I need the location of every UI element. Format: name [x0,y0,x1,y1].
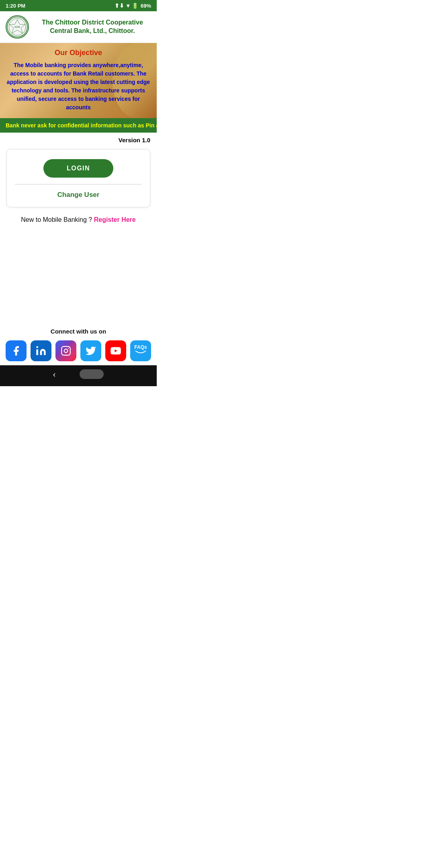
objective-title: Our Objective [0,43,157,59]
faqs-button[interactable]: FAQs [130,340,151,361]
notice-text: Bank never ask for confidential informat… [6,122,157,129]
login-card: LOGIN Change User [6,149,150,207]
battery-percent: 69% [141,3,151,9]
battery-icon: 🔋 [132,3,138,9]
signal-icon: ⬆⬇ [115,2,124,9]
back-button[interactable]: ‹ [53,370,56,379]
card-divider [15,184,142,184]
svg-point-5 [36,346,38,348]
bank-logo: DCCB [6,15,29,39]
svg-rect-6 [61,346,70,355]
youtube-button[interactable] [105,340,126,361]
register-prompt: New to Mobile Banking ? [21,216,92,223]
footer: Connect with us on [0,321,157,365]
svg-point-7 [64,349,68,353]
hero-banner: Our Objective The Mobile banking provide… [0,43,157,118]
facebook-button[interactable] [6,340,27,361]
content-spacer [0,232,157,321]
connect-text: Connect with us on [0,328,157,335]
change-user-link[interactable]: Change User [15,191,142,199]
svg-point-8 [68,348,69,349]
login-button[interactable]: LOGIN [43,159,113,178]
navigation-bar: ‹ [0,365,157,386]
status-icons: ⬆⬇ ▾ 🔋 69% [115,2,151,9]
svg-text:DCCB: DCCB [14,26,20,28]
social-icons-row: FAQs [0,340,157,361]
app-header: DCCB The Chittoor District Cooperative C… [0,11,157,43]
status-time: 1:20 PM [6,3,25,9]
version-label: Version 1.0 [0,133,157,145]
status-bar: 1:20 PM ⬆⬇ ▾ 🔋 69% [0,0,157,11]
wifi-icon: ▾ [127,2,129,9]
linkedin-button[interactable] [31,340,51,361]
objective-text: The Mobile banking provides anywhere,any… [0,59,157,118]
instagram-button[interactable] [55,340,76,361]
twitter-button[interactable] [80,340,101,361]
notice-bar: Bank never ask for confidential informat… [0,118,157,133]
register-here-link[interactable]: Register Here [94,216,136,223]
svg-rect-4 [36,350,38,355]
register-section: New to Mobile Banking ? Register Here [6,216,150,223]
home-indicator[interactable] [80,369,104,379]
bank-name: The Chittoor District Cooperative Centra… [34,18,151,35]
